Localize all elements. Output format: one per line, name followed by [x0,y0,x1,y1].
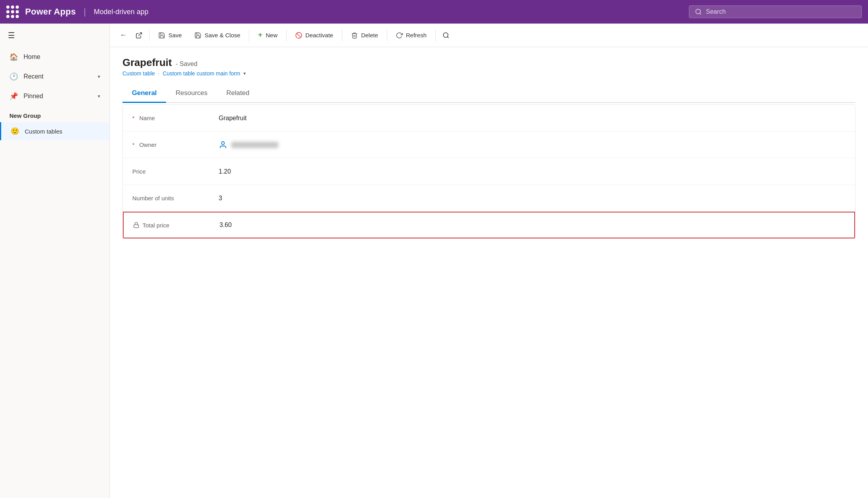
svg-line-2 [139,33,142,36]
field-name-row: * Name Grapefruit [123,105,855,132]
svg-point-0 [696,9,700,14]
custom-tables-emoji: 🙂 [11,127,19,135]
sidebar-section-header: New Group [0,106,110,122]
refresh-icon [396,32,403,39]
deactivate-icon [295,32,302,39]
sidebar-item-custom-tables[interactable]: 🙂 Custom tables [0,122,110,140]
svg-line-4 [296,33,301,37]
tab-related[interactable]: Related [217,84,259,103]
hamburger-menu-button[interactable]: ☰ [0,24,110,47]
toolbar-divider-2 [249,29,249,41]
breadcrumb-form: Custom table custom main form [163,70,240,77]
form-section: * Name Grapefruit * Owner [122,104,855,239]
pin-icon: 📌 [9,92,18,101]
svg-point-5 [443,33,448,37]
field-owner-row: * Owner [123,132,855,158]
toolbar-divider-4 [342,29,342,41]
save-close-icon [194,32,201,39]
delete-button-label: Delete [361,32,378,38]
breadcrumb-table: Custom table [122,70,155,77]
main-layout: ☰ 🏠 Home 🕐 Recent ▾ 📌 Pinned ▾ New Group… [0,24,868,498]
tabs: General Resources Related [122,84,855,103]
page-title-row: Grapefruit - Saved [122,57,855,69]
recent-icon: 🕐 [9,72,18,81]
required-indicator-owner: * [132,142,134,148]
sidebar-recent-label: Recent [24,73,92,80]
sidebar-item-pinned[interactable]: 📌 Pinned ▾ [0,86,110,106]
field-total-price-value: 3.60 [219,222,232,229]
field-total-price-row: Total price 3.60 [123,212,855,238]
svg-line-6 [447,37,448,38]
new-button[interactable]: + New [252,27,283,43]
sidebar-home-label: Home [24,53,100,60]
field-price-value[interactable]: 1.20 [219,168,231,175]
chevron-down-icon: ▾ [98,74,100,79]
breadcrumb-separator: · [158,70,159,77]
top-bar-divider: | [84,7,86,17]
save-button-label: Save [168,32,182,38]
total-price-label-with-icon: Total price [133,222,219,229]
save-button[interactable]: Save [153,29,187,42]
content-area: ← Save Save & Close + [110,24,868,498]
breadcrumb[interactable]: Custom table · Custom table custom main … [122,70,855,77]
delete-button[interactable]: Delete [345,29,384,42]
field-name-label: * Name [132,115,219,121]
required-indicator: * [132,115,134,121]
field-total-price-label: Total price [133,222,219,229]
sidebar-custom-tables-label: Custom tables [25,128,62,135]
model-app-label: Model-driven app [94,8,148,16]
toolbar: ← Save Save & Close + [110,24,868,47]
svg-point-7 [221,141,224,144]
search-icon [695,8,702,15]
search-bar[interactable] [689,5,862,18]
app-launcher-button[interactable] [6,5,19,18]
search-records-icon [442,32,450,39]
field-units-row: Number of units 3 [123,185,855,212]
field-name-value[interactable]: Grapefruit [219,115,247,122]
breadcrumb-chevron-icon: ▾ [243,71,246,76]
deactivate-button[interactable]: Deactivate [290,29,339,42]
person-icon [219,141,227,149]
plus-icon: + [258,31,263,40]
sidebar-item-recent[interactable]: 🕐 Recent ▾ [0,67,110,86]
refresh-button[interactable]: Refresh [390,29,432,42]
field-units-value[interactable]: 3 [219,195,222,202]
search-input[interactable] [706,8,856,15]
top-bar: Power Apps | Model-driven app [0,0,868,24]
back-button[interactable]: ← [116,28,130,42]
sidebar-pinned-label: Pinned [24,93,92,100]
delete-icon [351,32,358,39]
field-price-label: Price [132,168,219,175]
save-icon [158,32,165,39]
open-record-button[interactable] [132,28,146,42]
hamburger-icon: ☰ [8,31,15,40]
svg-line-1 [700,13,701,14]
lock-icon [133,222,139,228]
field-price-row: Price 1.20 [123,158,855,185]
page-content: Grapefruit - Saved Custom table · Custom… [110,47,868,498]
external-link-icon [135,32,143,39]
sidebar-item-home[interactable]: 🏠 Home [0,47,110,67]
save-close-button-label: Save & Close [205,32,240,38]
field-owner-label: * Owner [132,141,219,148]
save-close-button[interactable]: Save & Close [189,29,246,42]
owner-name-blurred [231,142,278,148]
field-owner-value[interactable] [219,141,278,149]
saved-badge: - Saved [176,60,197,68]
chevron-down-icon-pinned: ▾ [98,93,100,99]
sidebar: ☰ 🏠 Home 🕐 Recent ▾ 📌 Pinned ▾ New Group… [0,24,110,498]
toolbar-divider-1 [149,29,150,41]
home-icon: 🏠 [9,53,18,61]
page-title: Grapefruit [122,57,172,69]
new-button-label: New [266,32,278,38]
svg-rect-8 [134,225,139,227]
search-records-button[interactable] [439,28,453,42]
page-header: Grapefruit - Saved Custom table · Custom… [122,57,855,77]
refresh-button-label: Refresh [406,32,427,38]
tab-resources[interactable]: Resources [166,84,217,103]
field-units-label: Number of units [132,195,219,201]
tab-general[interactable]: General [122,84,166,103]
toolbar-divider-5 [387,29,387,41]
toolbar-divider-3 [286,29,287,41]
brand-name: Power Apps [25,7,76,17]
